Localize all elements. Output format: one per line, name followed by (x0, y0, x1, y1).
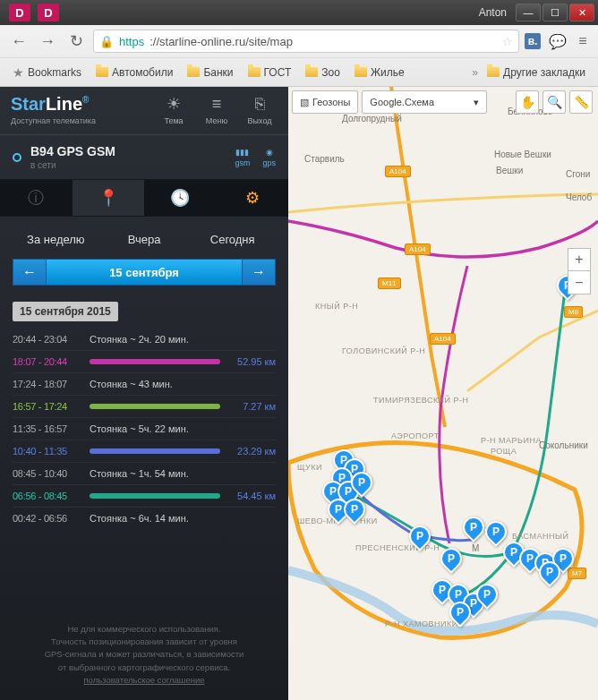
map-label: АЭРОПОРТ (391, 431, 440, 440)
map-label: Старвиль (304, 154, 345, 164)
date-header: 15 сентября 2015 (13, 302, 118, 321)
user-label[interactable]: Anton (479, 6, 507, 19)
bookmark-item[interactable]: ★Bookmarks (7, 63, 87, 82)
url-scheme: https (119, 35, 144, 48)
browser-chrome: D D Anton — ☐ ✕ ← → ↻ 🔒 https://starline… (0, 0, 598, 87)
zoom-in-button[interactable]: + (568, 248, 591, 271)
window-minimize-button[interactable]: — (516, 4, 541, 21)
tab-info[interactable]: ⓘ (0, 180, 73, 216)
device-row[interactable]: B94 GPS GSM в сети ▮▮▮gsm ◉gps (0, 135, 288, 180)
map-tools: ✋ 🔍 📏 (516, 90, 593, 114)
date-next-button[interactable]: → (242, 259, 276, 286)
parking-marker[interactable]: P (463, 516, 484, 543)
trip-row[interactable]: 08:45 - 10:40Стоянка ~ 1ч. 54 мин. (13, 462, 276, 484)
ruler-button[interactable]: 📏 (569, 90, 593, 114)
trip-row[interactable]: 10:40 - 11:3523.29 км (13, 440, 276, 462)
exit-button[interactable]: ⎘Выход (242, 95, 278, 125)
layer-select[interactable]: Google.Схема▾ (362, 90, 487, 114)
user-agreement-link[interactable]: пользовательское соглашение (16, 674, 272, 687)
tab-icon[interactable]: D (9, 4, 30, 21)
parking-marker[interactable]: P (539, 561, 560, 588)
pin-icon: P (472, 579, 502, 610)
logo: StarLine® Доступная телематика (11, 94, 149, 125)
window-maximize-button[interactable]: ☐ (542, 4, 568, 21)
disclaimer: Не для коммерческого использования. Точн… (0, 612, 288, 700)
date-prev-button[interactable]: ← (13, 259, 47, 286)
bookmark-item[interactable]: Жилье (349, 64, 410, 81)
geozones-button[interactable]: ▧Геозоны (292, 90, 358, 114)
trip-row[interactable]: 17:24 - 18:07Стоянка ~ 43 мин. (13, 372, 276, 395)
road-badge: A104 (385, 166, 411, 177)
trip-row[interactable]: 11:35 - 16:57Стоянка ~ 5ч. 22 мин. (13, 417, 276, 440)
pin-icon: P (445, 597, 475, 627)
parking-marker[interactable]: P (409, 525, 431, 552)
tab-location[interactable]: 📍 (73, 180, 145, 216)
trip-distance: 54.45 км (227, 491, 276, 501)
trip-row[interactable]: 00:42 - 06:56Стоянка ~ 6ч. 14 мин. (13, 507, 276, 529)
pin-icon: P (436, 543, 466, 574)
device-status: в сети (30, 160, 235, 170)
tab-history[interactable]: 🕓 (144, 180, 217, 216)
tab-settings[interactable]: ⚙ (217, 180, 289, 216)
zoom-box-button[interactable]: 🔍 (542, 90, 566, 114)
trip-distance: 52.95 км (227, 356, 276, 367)
range-yesterday-button[interactable]: Вчера (101, 229, 188, 250)
bookmark-item[interactable]: Автомобили (90, 64, 178, 81)
trip-text: Стоянка ~ 1ч. 54 мин. (90, 468, 276, 479)
bookmark-item[interactable]: ГОСТ (243, 64, 297, 81)
address-bar[interactable]: 🔒 https://starline-online.ru/site/map ☆ (93, 30, 519, 53)
range-week-button[interactable]: За неделю (13, 229, 99, 250)
reload-button[interactable]: ↻ (64, 30, 88, 53)
menu-button[interactable]: ≡Меню (199, 95, 235, 125)
road-badge: A104 (405, 243, 431, 255)
parking-marker[interactable]: P (344, 499, 365, 525)
map-label: Челоб (566, 192, 592, 202)
window-titlebar: D D Anton — ☐ ✕ (0, 0, 598, 25)
other-bookmarks[interactable]: Другие закладки (482, 64, 591, 81)
map-top-controls: ▧Геозоны Google.Схема▾ (292, 90, 487, 114)
tab-icon[interactable]: D (38, 4, 59, 21)
road-badge: М8 (564, 306, 583, 318)
range-today-button[interactable]: Сегодня (189, 229, 276, 250)
map-label: ТИМИРЯЗЕВСКИЙ Р-Н (373, 396, 469, 405)
map-label: РОЩА (491, 447, 517, 456)
pin-icon: P (458, 512, 489, 542)
map-label: Р-Н ХАМОВНИКИ (385, 619, 458, 628)
zoom-out-button[interactable]: − (568, 271, 591, 295)
ext-vk-icon[interactable]: в. (525, 33, 541, 49)
trip-row[interactable]: 16:57 - 17:247.27 км (13, 395, 276, 417)
trip-time: 16:57 - 17:24 (13, 401, 82, 412)
gps-icon: ◉ (266, 148, 273, 157)
parking-marker[interactable]: P (351, 472, 372, 499)
map-routes (288, 87, 598, 700)
date-current[interactable]: 15 сентября (47, 259, 242, 286)
bookmarks-bar: ★Bookmarks Автомобили Банки ГОСТ Зоо Жил… (0, 57, 598, 86)
parking-marker[interactable]: P (440, 548, 462, 575)
trip-bar (90, 493, 220, 499)
trip-bar (90, 359, 220, 364)
range-selector: За неделю Вчера Сегодня (0, 217, 288, 259)
folder-icon (305, 67, 318, 77)
browser-menu-button[interactable]: ≡ (575, 33, 591, 49)
trip-row[interactable]: 20:44 - 23:04Стоянка ~ 2ч. 20 мин. (13, 329, 276, 350)
bookmark-item[interactable]: Зоо (300, 64, 346, 81)
sun-icon: ☀ (167, 94, 181, 114)
ext-chat-icon[interactable]: 💬 (550, 33, 566, 49)
bookmark-item[interactable]: Банки (182, 64, 238, 81)
device-name: B94 GPS GSM (30, 144, 235, 158)
theme-button[interactable]: ☀Тема (156, 94, 192, 125)
window-close-button[interactable]: ✕ (569, 4, 594, 21)
parking-marker[interactable]: P (449, 602, 471, 628)
status-dot-icon (13, 153, 21, 162)
forward-button[interactable]: → (36, 30, 59, 53)
bookmark-star-icon[interactable]: ☆ (502, 35, 513, 48)
map-canvas[interactable]: ▧Геозоны Google.Схема▾ ✋ 🔍 📏 + − Старвил… (288, 87, 598, 700)
trip-distance: 23.29 км (227, 446, 276, 457)
trip-row[interactable]: 18:07 - 20:4452.95 км (13, 350, 276, 372)
pan-tool-button[interactable]: ✋ (516, 90, 539, 114)
trip-row[interactable]: 06:56 - 08:4554.45 км (13, 484, 276, 507)
pin-icon: P (346, 467, 377, 498)
bookmarks-overflow-button[interactable]: » (472, 66, 478, 79)
back-button[interactable]: ← (7, 30, 30, 53)
parking-marker[interactable]: P (476, 584, 498, 610)
